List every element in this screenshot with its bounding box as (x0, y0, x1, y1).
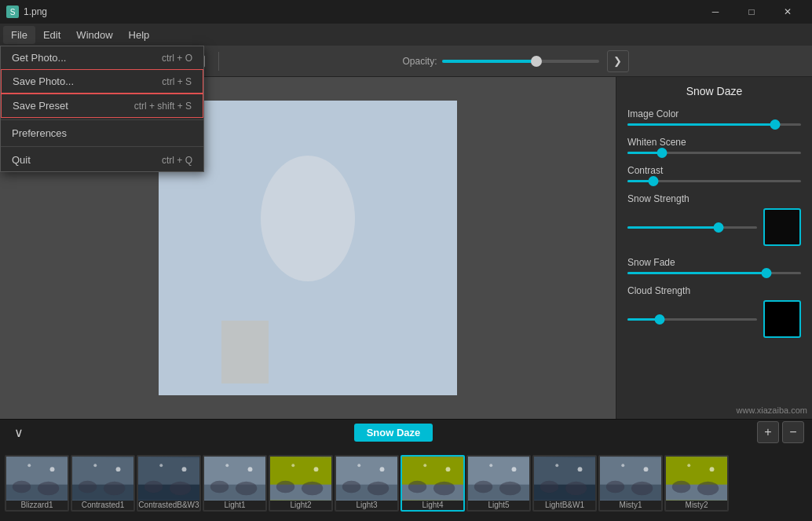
menu-window[interactable]: Window (68, 26, 120, 44)
preset-light2[interactable]: Light2 (269, 455, 333, 512)
svg-point-61 (210, 480, 229, 493)
svg-point-37 (304, 207, 312, 215)
svg-point-50 (104, 481, 125, 495)
menu-quit[interactable]: Quit ctrl + Q (1, 149, 203, 171)
svg-point-99 (644, 467, 649, 471)
svg-point-97 (606, 480, 624, 493)
menu-bar: File Edit Window Help Get Photo... ctrl … (0, 24, 812, 46)
svg-point-43 (13, 480, 31, 493)
opacity-slider[interactable] (442, 60, 599, 63)
svg-point-31 (430, 286, 437, 292)
preset-blizzard1[interactable]: Blizzard1 (5, 455, 69, 512)
preset-label: Light3 (336, 501, 397, 509)
menu-edit[interactable]: Edit (35, 26, 68, 44)
preset-misty1[interactable]: Misty1 (598, 455, 663, 512)
cloud-strength-slider[interactable] (627, 318, 757, 321)
preset-label: Blizzard1 (6, 501, 68, 509)
menu-preferences[interactable]: Preferences (1, 122, 203, 145)
menu-save-preset-shortcut: ctrl + shift + S (134, 101, 192, 112)
svg-point-82 (423, 464, 426, 467)
opacity-label: Opacity: (402, 56, 437, 67)
svg-point-103 (672, 480, 690, 493)
menu-get-photo[interactable]: Get Photo... ctrl + O (1, 46, 203, 69)
control-image-color: Image Color (627, 108, 801, 126)
svg-point-20 (353, 145, 357, 150)
svg-point-91 (540, 480, 558, 493)
menu-get-photo-label: Get Photo... (12, 52, 66, 64)
remove-preset-button[interactable]: − (782, 421, 804, 443)
menu-save-preset[interactable]: Save Preset ctrl + shift + S (1, 94, 203, 118)
opacity-section: Opacity: ❯ (225, 50, 806, 72)
preset-label: Misty1 (600, 501, 661, 509)
preset-light3[interactable]: Light3 (335, 455, 399, 512)
preset-lightbw1[interactable]: LightB&W1 (532, 455, 597, 512)
svg-point-29 (228, 295, 231, 299)
svg-point-15 (288, 136, 335, 191)
expand-button[interactable]: ❯ (607, 50, 629, 72)
contrast-slider[interactable] (627, 180, 801, 182)
svg-point-68 (302, 481, 323, 495)
presets-strip: Blizzard1Contrasted1ContrastedB&W3Light1… (0, 445, 812, 521)
svg-point-22 (196, 193, 200, 197)
svg-point-52 (93, 464, 97, 467)
svg-point-27 (281, 223, 287, 229)
menu-help[interactable]: Help (121, 26, 158, 44)
svg-point-62 (236, 481, 257, 495)
snow-strength-swatch[interactable] (763, 208, 801, 246)
menu-file[interactable]: File (3, 26, 35, 44)
menu-quit-shortcut: ctrl + Q (162, 155, 192, 166)
svg-point-51 (116, 467, 121, 471)
window-controls: ─ □ ✕ (697, 0, 806, 24)
bottom-actions: + − (757, 421, 804, 443)
svg-point-38 (254, 255, 259, 260)
svg-point-87 (512, 467, 517, 471)
svg-point-25 (424, 217, 427, 220)
preset-misty2[interactable]: Misty2 (664, 455, 729, 512)
preset-light4[interactable]: Light4 (401, 455, 465, 512)
whiten-scene-slider[interactable] (627, 152, 801, 154)
svg-point-21 (408, 130, 411, 134)
dropdown-separator-2 (1, 146, 203, 147)
active-preset-label: Snow Daze (354, 424, 433, 442)
preset-contrastedbw3[interactable]: ContrastedB&W3 (137, 455, 201, 512)
svg-point-80 (433, 481, 455, 495)
svg-point-100 (621, 464, 624, 467)
control-image-color-label: Image Color (627, 108, 801, 119)
maximize-button[interactable]: □ (733, 0, 770, 24)
cloud-strength-swatch[interactable] (763, 300, 801, 338)
menu-save-photo[interactable]: Save Photo... ctrl + S (1, 69, 203, 94)
menu-save-preset-label: Save Preset (13, 100, 68, 112)
preset-label: Light1 (204, 501, 265, 509)
svg-point-63 (248, 467, 253, 471)
svg-rect-14 (316, 116, 441, 273)
preset-light1[interactable]: Light1 (203, 455, 267, 512)
svg-point-56 (170, 481, 191, 495)
svg-point-18 (219, 138, 224, 142)
minimize-button[interactable]: ─ (697, 0, 733, 24)
close-button[interactable]: ✕ (770, 0, 806, 24)
svg-point-70 (291, 464, 294, 467)
svg-point-33 (361, 327, 364, 330)
svg-point-30 (313, 271, 318, 276)
svg-point-45 (50, 467, 55, 471)
svg-point-67 (276, 480, 294, 493)
menu-get-photo-shortcut: ctrl + O (162, 53, 192, 64)
dropdown-separator (1, 119, 203, 120)
svg-point-74 (368, 481, 389, 495)
control-snow-fade-label: Snow Fade (627, 257, 801, 268)
add-preset-button[interactable]: + (757, 421, 779, 443)
control-snow-strength: Snow Strength (627, 193, 801, 246)
image-color-slider[interactable] (627, 123, 801, 126)
snow-strength-slider[interactable] (627, 226, 757, 229)
right-panel: Snow Daze Image Color Whiten Scene Contr… (616, 77, 812, 419)
strip-collapse-button[interactable]: ∨ (8, 421, 30, 443)
svg-point-44 (38, 481, 59, 495)
svg-point-49 (79, 480, 97, 493)
svg-point-39 (399, 310, 405, 316)
preset-contrasted1[interactable]: Contrasted1 (71, 455, 135, 512)
preset-light5[interactable]: Light5 (466, 455, 531, 512)
preset-label: ContrastedB&W3 (138, 501, 199, 509)
menu-quit-label: Quit (12, 154, 31, 166)
snow-fade-slider[interactable] (627, 272, 801, 274)
svg-point-88 (489, 464, 492, 467)
